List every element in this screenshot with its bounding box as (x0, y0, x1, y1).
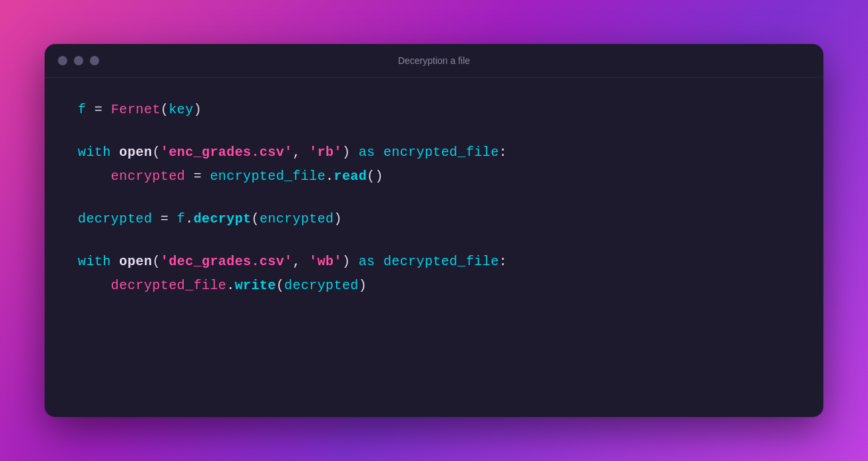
paren-6: ( (251, 211, 259, 227)
spacer-2 (78, 189, 790, 207)
dot-3: . (226, 278, 234, 293)
spacer-1 (78, 122, 790, 141)
colon-1: : (499, 145, 507, 160)
var-enc-file-2: encrypted_file (210, 169, 326, 184)
comma-2: , (292, 254, 309, 269)
method-decrypt: decrypt (194, 211, 252, 227)
code-line-1: f = Fernet(key) (78, 98, 790, 122)
var-decrypted: decrypted (78, 211, 152, 227)
kw-open-1: open (119, 145, 152, 160)
code-line-6: decrypted_file.write(decrypted) (78, 274, 790, 298)
paren-3: ( (152, 145, 160, 160)
str-enc: 'enc_grades.csv' (160, 145, 292, 160)
kw-open-2: open (119, 254, 152, 269)
method-write: write (235, 278, 276, 293)
paren-7: ) (334, 211, 342, 227)
str-dec: 'dec_grades.csv' (160, 254, 292, 269)
paren-5: () (367, 169, 383, 184)
indent-1: encrypted (78, 169, 185, 184)
close-button[interactable] (58, 56, 67, 65)
kw-as-2: as (350, 254, 383, 269)
paren-2: ) (194, 102, 202, 117)
window-title: Deceryption a file (398, 55, 470, 66)
code-line-3: encrypted = encrypted_file.read() (78, 165, 790, 189)
code-area: f = Fernet(key) with open('enc_grades.cs… (45, 78, 823, 324)
kw-with-1: with (78, 145, 119, 160)
spacer-3 (78, 231, 790, 250)
titlebar: Deceryption a file (45, 44, 823, 78)
code-window: Deceryption a file f = Fernet(key) with … (45, 44, 823, 417)
paren-8: ( (152, 254, 160, 269)
method-read: read (334, 169, 367, 184)
paren-11: ) (359, 278, 367, 293)
kw-as-1: as (350, 145, 383, 160)
var-decrypted-2: decrypted (284, 278, 359, 293)
var-encrypted: encrypted (260, 211, 334, 227)
eq-1: = (86, 102, 110, 117)
var-f-2: f (177, 211, 185, 227)
dot-1: . (326, 169, 333, 184)
var-enc-file: encrypted_file (383, 145, 499, 160)
paren-10: ( (276, 278, 284, 293)
indent-2: decrypted_file (78, 278, 226, 293)
minimize-button[interactable] (74, 56, 83, 65)
code-line-2: with open('enc_grades.csv', 'rb') as enc… (78, 141, 790, 165)
var-dec-file: decrypted_file (383, 254, 499, 269)
str-wb: 'wb' (309, 254, 342, 269)
str-rb: 'rb' (309, 145, 342, 160)
traffic-lights (58, 56, 99, 65)
dot-2: . (185, 211, 193, 227)
code-line-4: decrypted = f.decrypt(encrypted) (78, 207, 790, 231)
maximize-button[interactable] (90, 56, 99, 65)
paren-9: ) (342, 254, 350, 269)
paren-1: ( (160, 102, 168, 117)
eq-3: = (152, 211, 177, 227)
fernet-class: Fernet (111, 102, 160, 117)
var-key: key (168, 102, 193, 117)
comma-1: , (292, 145, 309, 160)
code-line-5: with open('dec_grades.csv', 'wb') as dec… (78, 250, 790, 274)
eq-2: = (185, 169, 210, 184)
colon-2: : (499, 254, 507, 269)
kw-with-2: with (78, 254, 119, 269)
paren-4: ) (342, 145, 350, 160)
var-f: f (78, 102, 86, 117)
